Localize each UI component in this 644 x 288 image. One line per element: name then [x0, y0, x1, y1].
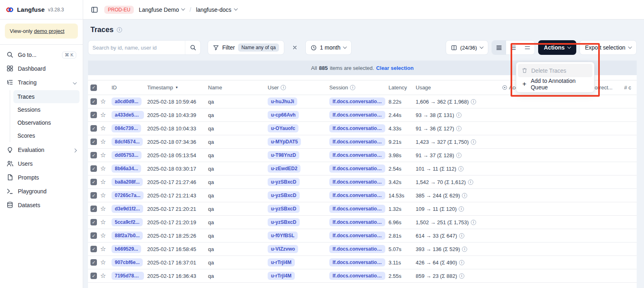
- row-checkbox[interactable]: ✓: [90, 125, 97, 132]
- row-checkbox[interactable]: ✓: [90, 273, 97, 279]
- column-header-session[interactable]: Sessioni: [329, 84, 389, 91]
- trace-id-badge[interactable]: b669529...: [112, 245, 141, 253]
- session-id-badge[interactable]: lf.docs.conversation...: [329, 111, 385, 119]
- search-icon[interactable]: [185, 41, 200, 54]
- star-icon[interactable]: ☆: [100, 98, 106, 105]
- info-icon[interactable]: i: [117, 27, 122, 32]
- session-id-badge[interactable]: lf.docs.conversation...: [329, 191, 385, 199]
- table-row[interactable]: ✓☆5cca9cf2...2025-02-17 21:20:19qau-yzSB…: [88, 216, 637, 229]
- user-id-badge[interactable]: u-yzSBxcD: [268, 218, 300, 226]
- organization-switcher[interactable]: Langfuse Demo: [139, 6, 185, 13]
- row-height-medium-icon[interactable]: [506, 41, 520, 54]
- sidebar-item-prompts[interactable]: Prompts: [3, 171, 79, 184]
- user-id-badge[interactable]: u-cp66Avh: [268, 111, 299, 119]
- trace-id-badge[interactable]: 7195d78e...: [112, 272, 144, 280]
- user-id-badge[interactable]: u-rTrjl4M: [268, 258, 295, 266]
- sidebar-item-observations[interactable]: Observations: [13, 116, 79, 129]
- user-id-badge[interactable]: u-rTrjl4M: [268, 272, 295, 280]
- star-icon[interactable]: ☆: [100, 219, 106, 225]
- sidebar-item-users[interactable]: Users: [3, 157, 79, 171]
- session-id-badge[interactable]: lf.docs.conversation...: [329, 258, 385, 266]
- table-row[interactable]: ✓☆dd05753...2025-02-18 05:13:54qau-T98Yn…: [88, 149, 637, 162]
- sidebar-item-traces[interactable]: Traces: [13, 90, 79, 103]
- star-icon[interactable]: ☆: [100, 152, 106, 158]
- session-id-badge[interactable]: lf.docs.conversation...: [329, 165, 385, 173]
- table-row[interactable]: ✓☆8dcf4574...2025-02-18 07:34:36qau-MYpD…: [88, 135, 637, 149]
- row-checkbox[interactable]: ✓: [90, 98, 97, 105]
- trace-id-badge[interactable]: a433de51...: [112, 111, 144, 119]
- trace-id-badge[interactable]: ba8a208f...: [112, 178, 143, 186]
- clear-selection-link[interactable]: Clear selection: [376, 65, 414, 71]
- info-icon[interactable]: i: [456, 126, 462, 131]
- table-row[interactable]: ✓☆07265c7a...2025-02-17 21:21:43qau-yzSB…: [88, 189, 637, 202]
- row-checkbox[interactable]: ✓: [90, 232, 97, 239]
- info-icon[interactable]: i: [456, 113, 462, 118]
- trace-id-badge[interactable]: 907cbf6e...: [112, 258, 143, 266]
- session-id-badge[interactable]: lf.docs.conversation...: [329, 218, 385, 226]
- trace-id-badge[interactable]: 5cca9cf2...: [112, 218, 143, 226]
- row-checkbox[interactable]: ✓: [90, 179, 97, 185]
- user-id-badge[interactable]: u-yzSBxcD: [268, 191, 300, 199]
- sidebar-item-datasets[interactable]: Datasets: [3, 198, 79, 212]
- row-checkbox[interactable]: ✓: [90, 112, 97, 118]
- table-row[interactable]: ✓☆a0cd0d9...2025-02-18 10:59:46qau-huJhu…: [88, 95, 637, 108]
- star-icon[interactable]: ☆: [100, 165, 106, 172]
- trace-id-badge[interactable]: 8dcf4574...: [112, 138, 143, 146]
- row-checkbox[interactable]: ✓: [90, 152, 97, 158]
- row-height-small-icon[interactable]: [492, 41, 506, 54]
- sidebar-item-playground[interactable]: Playground: [3, 184, 79, 198]
- search-input[interactable]: [88, 45, 185, 51]
- goto-search[interactable]: Go to... ⌘ K: [3, 48, 79, 62]
- trace-id-badge[interactable]: 8b66a34...: [112, 165, 141, 173]
- user-id-badge[interactable]: u-OYauofc: [268, 124, 298, 132]
- column-header-usage[interactable]: Usage: [416, 84, 502, 91]
- info-icon[interactable]: i: [462, 247, 467, 252]
- column-visibility-button[interactable]: (24/36): [446, 40, 488, 55]
- filter-button[interactable]: Filter Name any of qa: [208, 40, 284, 55]
- row-checkbox[interactable]: ✓: [90, 246, 97, 252]
- table-row[interactable]: ✓☆084c739...2025-02-18 10:04:33qau-OYauo…: [88, 122, 637, 135]
- user-id-badge[interactable]: u-T98YnzD: [268, 151, 299, 159]
- row-height-large-icon[interactable]: [520, 41, 535, 54]
- star-icon[interactable]: ☆: [100, 246, 106, 252]
- session-id-badge[interactable]: lf.docs.conversation...: [329, 178, 385, 186]
- info-icon[interactable]: i: [459, 206, 464, 212]
- project-switcher[interactable]: langfuse-docs: [196, 6, 237, 13]
- row-checkbox[interactable]: ✓: [90, 192, 97, 199]
- session-id-badge[interactable]: lf.docs.conversation...: [329, 245, 385, 253]
- user-id-badge[interactable]: u-VIZzvwo: [268, 245, 298, 253]
- star-icon[interactable]: ☆: [100, 206, 106, 212]
- star-icon[interactable]: ☆: [100, 232, 106, 239]
- star-icon[interactable]: ☆: [100, 259, 106, 266]
- session-id-badge[interactable]: lf.docs.conversation...: [329, 205, 385, 213]
- info-icon[interactable]: i: [471, 139, 476, 145]
- session-id-badge[interactable]: lf.docs.conversation...: [329, 138, 385, 146]
- user-id-badge[interactable]: u-f0YfBSL: [268, 232, 298, 240]
- star-icon[interactable]: ☆: [100, 112, 106, 118]
- session-id-badge[interactable]: lf.docs.conversation...: [329, 232, 385, 240]
- star-icon[interactable]: ☆: [100, 192, 106, 199]
- trace-id-badge[interactable]: 88f2a7b0...: [112, 232, 143, 240]
- star-icon[interactable]: ☆: [100, 139, 106, 145]
- sidebar-item-tracing[interactable]: Tracing: [3, 76, 79, 89]
- trace-id-badge[interactable]: 084c739...: [112, 124, 141, 132]
- table-row[interactable]: ✓☆907cbf6e...2025-02-17 16:37:01qau-rTrj…: [88, 256, 637, 269]
- star-icon[interactable]: ☆: [100, 179, 106, 185]
- column-header-user[interactable]: Useri: [268, 84, 329, 91]
- trace-id-badge[interactable]: a0cd0d9...: [112, 97, 142, 106]
- session-id-badge[interactable]: lf.docs.conversation...: [329, 124, 385, 132]
- table-row[interactable]: ✓☆a433de51...2025-02-18 10:43:39qau-cp66…: [88, 108, 637, 122]
- user-id-badge[interactable]: u-huJhuJi: [268, 97, 297, 106]
- trace-id-badge[interactable]: dd05753...: [112, 151, 142, 159]
- demo-project-link[interactable]: demo project: [34, 28, 64, 34]
- row-checkbox[interactable]: ✓: [90, 139, 97, 145]
- sidebar-item-evaluation[interactable]: Evaluation: [3, 143, 79, 157]
- info-icon[interactable]: i: [459, 233, 464, 238]
- info-icon[interactable]: i: [471, 99, 476, 104]
- select-all-checkbox[interactable]: ✓: [90, 84, 97, 91]
- user-id-badge[interactable]: u-yzSBxcD: [268, 205, 300, 213]
- menu-item-delete-traces[interactable]: Delete Traces: [518, 64, 592, 77]
- info-icon[interactable]: i: [468, 180, 473, 185]
- info-icon[interactable]: i: [459, 260, 464, 265]
- user-id-badge[interactable]: u-yzSBxcD: [268, 178, 300, 186]
